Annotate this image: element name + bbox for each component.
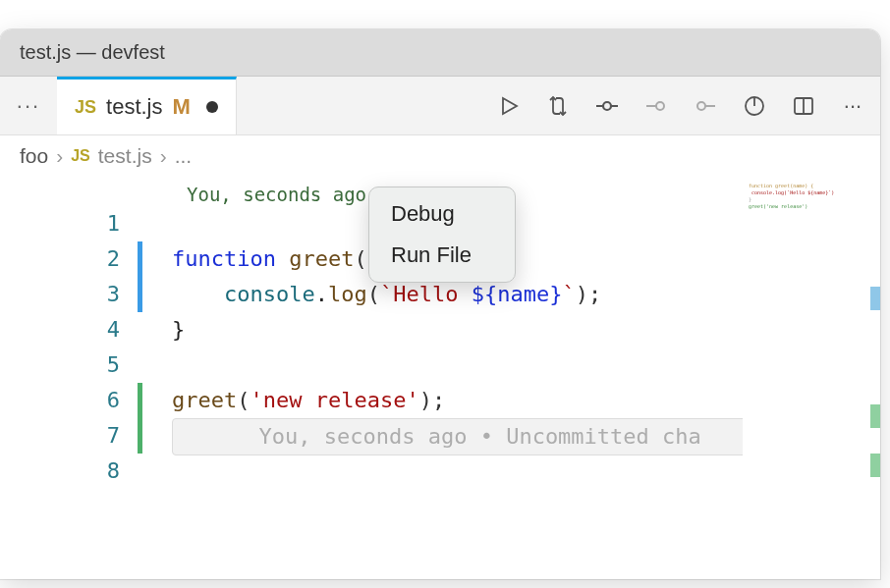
timeline-icon[interactable]: [741, 92, 768, 120]
tab-testjs[interactable]: JS test.js M: [57, 77, 237, 134]
editor-window: test.js — devfest ··· JS test.js M: [0, 29, 880, 579]
svg-point-3: [656, 102, 664, 110]
overflow-left-icon[interactable]: ···: [0, 77, 57, 134]
svg-point-0: [603, 102, 611, 110]
modified-badge: M: [173, 94, 191, 120]
menu-item-debug[interactable]: Debug: [375, 193, 509, 235]
blame-annotation-inline: You, seconds ago • Uncommitted cha: [181, 424, 701, 449]
code-line: }: [172, 312, 185, 347]
line-number: 1: [0, 206, 138, 241]
split-editor-icon[interactable]: [790, 92, 817, 120]
dirty-dot-icon: [206, 101, 218, 113]
chevron-right-icon: ›: [160, 144, 167, 168]
window-titlebar: test.js — devfest: [0, 29, 880, 77]
minimap-marker: [870, 454, 880, 477]
breadcrumb-folder: foo: [20, 144, 48, 168]
tab-bar: ··· JS test.js M: [0, 77, 880, 135]
breadcrumb-file: test.js: [98, 144, 152, 168]
tab-filename: test.js: [106, 94, 162, 120]
svg-point-5: [697, 102, 705, 110]
next-commit-icon[interactable]: [692, 92, 719, 120]
prev-commit-icon[interactable]: [642, 92, 670, 120]
js-file-icon: JS: [71, 147, 90, 165]
minimap-marker: [870, 287, 880, 310]
line-number: 2: [0, 241, 138, 277]
play-icon[interactable]: [495, 92, 523, 120]
diff-gutter-added: [138, 418, 142, 454]
js-file-icon: JS: [75, 97, 96, 118]
breadcrumb[interactable]: foo › JS test.js › ...: [0, 135, 880, 177]
line-number: 4: [0, 312, 138, 347]
more-actions-icon[interactable]: ···: [839, 92, 866, 120]
line-number: 3: [0, 277, 138, 312]
line-number: 8: [0, 454, 138, 489]
editor-toolbar: ···: [495, 77, 866, 134]
line-number: 5: [0, 347, 138, 383]
breadcrumb-tail: ...: [175, 144, 193, 168]
menu-item-run-file[interactable]: Run File: [375, 235, 509, 276]
chevron-right-icon: ›: [56, 144, 63, 168]
diff-gutter-added: [138, 277, 142, 312]
line-number: 6: [0, 383, 138, 418]
diff-gutter-added: [138, 241, 142, 277]
minimap[interactable]: function greet(name) { console.log(`Hell…: [743, 179, 880, 579]
current-line-highlight: You, seconds ago • Uncommitted cha: [172, 418, 751, 455]
line-number: 7: [0, 418, 138, 454]
minimap-marker: [870, 404, 880, 428]
window-title: test.js — devfest: [20, 41, 165, 64]
code-line: greet('new release');: [172, 383, 445, 418]
git-commit-icon[interactable]: [593, 92, 621, 120]
diff-gutter-added: [138, 383, 142, 418]
compare-changes-icon[interactable]: [544, 92, 572, 120]
run-context-menu: Debug Run File: [368, 187, 516, 283]
